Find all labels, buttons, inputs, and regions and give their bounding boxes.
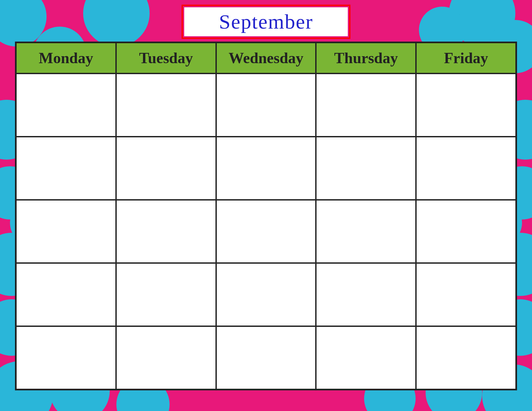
table-row[interactable]: [16, 200, 116, 263]
month-title: September: [219, 10, 313, 33]
calendar: Monday Tuesday Wednesday Thursday Friday: [15, 42, 517, 390]
table-row[interactable]: [416, 200, 516, 263]
table-row[interactable]: [16, 263, 116, 326]
table-row[interactable]: [316, 326, 416, 389]
table-row[interactable]: [216, 263, 316, 326]
table-row[interactable]: [116, 200, 216, 263]
page-container: September Monday Tuesday Wednesday Thurs…: [0, 0, 532, 411]
table-row[interactable]: [316, 73, 416, 137]
calendar-header: Monday Tuesday Wednesday Thursday Friday: [16, 43, 516, 73]
table-row[interactable]: [316, 200, 416, 263]
table-row[interactable]: [16, 326, 116, 389]
month-title-box: September: [183, 6, 349, 38]
table-row[interactable]: [416, 326, 516, 389]
header-wednesday: Wednesday: [216, 43, 316, 73]
header-thursday: Thursday: [316, 43, 416, 73]
calendar-body: [16, 73, 516, 389]
table-row[interactable]: [316, 263, 416, 326]
header-monday: Monday: [16, 43, 116, 73]
table-row[interactable]: [216, 73, 316, 137]
table-row[interactable]: [216, 200, 316, 263]
table-row[interactable]: [416, 263, 516, 326]
header-friday: Friday: [416, 43, 516, 73]
table-row[interactable]: [116, 263, 216, 326]
table-row[interactable]: [16, 73, 116, 137]
table-row[interactable]: [116, 326, 216, 389]
header-tuesday: Tuesday: [116, 43, 216, 73]
table-row[interactable]: [416, 73, 516, 137]
table-row[interactable]: [216, 137, 316, 200]
table-row[interactable]: [116, 73, 216, 137]
table-row[interactable]: [16, 137, 116, 200]
table-row[interactable]: [316, 137, 416, 200]
table-row[interactable]: [416, 137, 516, 200]
table-row[interactable]: [216, 326, 316, 389]
table-row[interactable]: [116, 137, 216, 200]
